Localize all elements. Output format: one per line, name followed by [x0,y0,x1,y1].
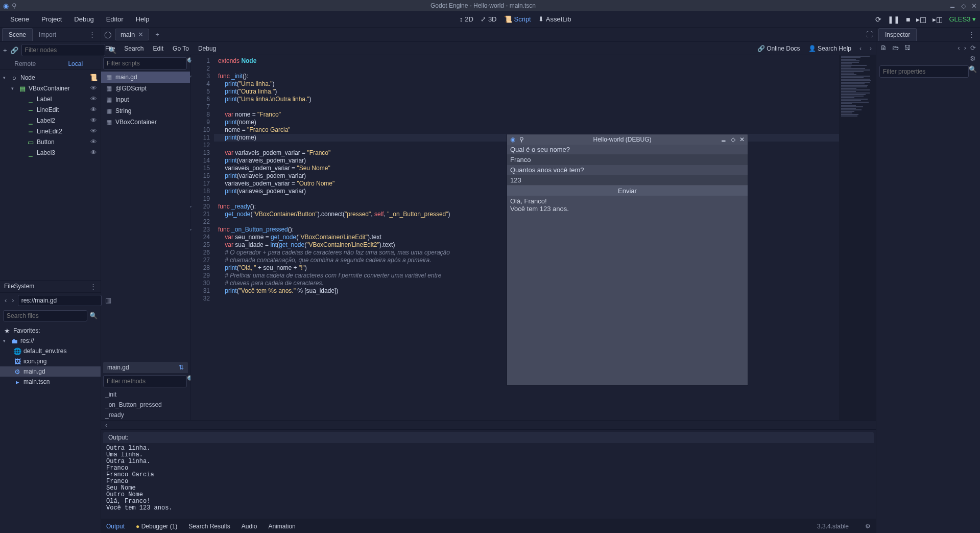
path-back-icon[interactable]: ‹ [3,296,8,304]
menu-debug[interactable]: Debug [68,12,100,26]
res-root[interactable]: ▾ 🖿 res:// [0,336,101,346]
tree-node[interactable]: ⎼LineEdit2👁 [0,126,101,136]
visibility-icon[interactable]: 👁 [89,138,98,146]
tree-node[interactable]: ⎯Label2👁 [0,115,101,126]
visibility-icon[interactable]: 👁 [89,149,98,156]
filter-properties-input[interactable] [879,65,969,78]
pause-button[interactable]: ❚❚ [888,15,900,24]
tree-node[interactable]: ▾○Node📜 [0,72,101,83]
minimize-button[interactable]: 🗕 [949,2,956,10]
visibility-icon[interactable]: 👁 [89,95,98,103]
status-audio[interactable]: Audio [242,523,257,530]
game-input-age[interactable] [507,175,748,186]
tree-node[interactable]: ⎯Label👁 [0,94,101,104]
tree-node[interactable]: ⎯Label3👁 [0,147,101,158]
tab-import[interactable]: Import [33,29,62,41]
visibility-icon[interactable]: 👁 [89,117,98,124]
history-forward-icon[interactable]: › [964,44,966,52]
mode-assetlib[interactable]: ⬇ AssetLib [538,15,571,23]
script-icon[interactable]: 📜 [89,74,98,81]
search-help-link[interactable]: 👤 Search Help [808,45,851,52]
tools-icon[interactable]: ⚙ [970,55,976,62]
history-refresh-icon[interactable]: ⟳ [970,44,976,52]
visibility-icon[interactable]: 👁 [89,106,98,113]
play-custom-button[interactable]: ▸◫ [933,15,943,24]
stop-button[interactable]: ■ [906,15,910,24]
panel-menu-icon[interactable]: ⋮ [965,31,978,38]
settings-icon[interactable]: ⚙ [865,523,871,530]
game-input-name[interactable] [507,154,748,165]
status-search-results[interactable]: Search Results [188,523,230,530]
new-resource-icon[interactable]: 🗎 [880,44,887,52]
menu-project[interactable]: Project [35,12,68,26]
renderer-select[interactable]: GLES3 ▾ [949,15,976,23]
nav-forward-icon[interactable]: › [870,45,872,52]
filter-nodes-input[interactable] [21,44,105,56]
script-list-item[interactable]: ▦Input [101,94,190,105]
visibility-icon[interactable]: 👁 [89,127,98,135]
script-menu-edit[interactable]: Edit [153,45,163,52]
script-menu-debug[interactable]: Debug [198,45,216,52]
subtab-remote[interactable]: Remote [0,58,51,69]
path-input[interactable] [18,295,102,306]
file-tab-main[interactable]: main ✕ [115,29,149,40]
history-back-icon[interactable]: ‹ [958,44,960,52]
status-output[interactable]: Output [106,523,125,530]
mode-2d[interactable]: ↕ 2D [460,15,473,23]
collapse-icon[interactable]: ‹ [105,421,107,429]
reload-icon[interactable]: ⟳ [875,15,881,24]
panel-menu-icon[interactable]: ⋮ [86,31,99,38]
game-minimize-button[interactable]: 🗕 [721,136,727,143]
maximize-button[interactable]: ◇ [961,2,966,10]
close-button[interactable]: ✕ [971,2,977,10]
panel-menu-icon[interactable]: ⋮ [90,283,97,290]
script-menu-goto[interactable]: Go To [173,45,189,52]
script-menu-file[interactable]: File [105,45,115,52]
method-item[interactable]: _init [101,389,190,400]
mode-3d[interactable]: ⤢ 3D [481,15,497,23]
tab-scene[interactable]: Scene [2,28,33,41]
path-forward-icon[interactable]: › [10,296,15,304]
visibility-icon[interactable]: 👁 [89,84,98,92]
menu-editor[interactable]: Editor [100,12,130,26]
search-icon[interactable]: 🔍 [89,312,98,319]
status-animation[interactable]: Animation [268,523,295,530]
filter-scripts-input[interactable] [103,57,187,69]
file-item[interactable]: ▸main.tscn [0,377,101,387]
search-files-input[interactable] [3,310,87,321]
link-icon[interactable]: 🔗 [10,45,18,55]
minimap[interactable] [839,55,876,420]
mode-script[interactable]: 📜 Script [504,15,531,23]
file-item[interactable]: 🌐default_env.tres [0,346,101,356]
game-submit-button[interactable]: Enviar [507,186,748,196]
script-list-item[interactable]: ▦VBoxContainer [101,117,190,128]
method-item[interactable]: _on_Button_pressed [101,400,190,410]
sort-methods-icon[interactable]: ⇅ [179,364,184,371]
script-list-item[interactable]: ▦String [101,105,190,117]
online-docs-link[interactable]: 🔗 Online Docs [757,45,800,52]
script-list-item[interactable]: ▦main.gd [101,72,190,83]
script-list-item[interactable]: ▦@GDScript [101,83,190,94]
save-resource-icon[interactable]: 🖫 [904,44,911,52]
nav-back-icon[interactable]: ‹ [859,45,862,52]
script-menu-search[interactable]: Search [124,45,144,52]
tree-node[interactable]: ▾▤VBoxContainer👁 [0,83,101,94]
game-maximize-button[interactable]: ◇ [731,136,735,143]
menu-scene[interactable]: Scene [4,12,35,26]
fullscreen-icon[interactable]: ⛶ [866,31,873,38]
tree-node[interactable]: ▭Button👁 [0,136,101,147]
close-tab-icon[interactable]: ✕ [138,31,144,38]
game-close-button[interactable]: ✕ [739,136,745,143]
menu-help[interactable]: Help [130,12,156,26]
search-icon[interactable]: 🔍 [969,65,977,78]
method-item[interactable]: _ready [101,410,190,420]
new-tab-icon[interactable]: + [152,31,162,38]
load-resource-icon[interactable]: 🗁 [892,44,899,52]
tree-node[interactable]: ⎼LineEdit👁 [0,104,101,115]
subtab-local[interactable]: Local [51,58,101,69]
filter-methods-input[interactable] [103,375,187,387]
play-scene-button[interactable]: ▸◫ [916,15,926,24]
tab-inspector[interactable]: Inspector [878,28,917,41]
status-debugger[interactable]: ● Debugger (1) [136,523,177,530]
file-item[interactable]: ⚙main.gd [0,366,101,377]
